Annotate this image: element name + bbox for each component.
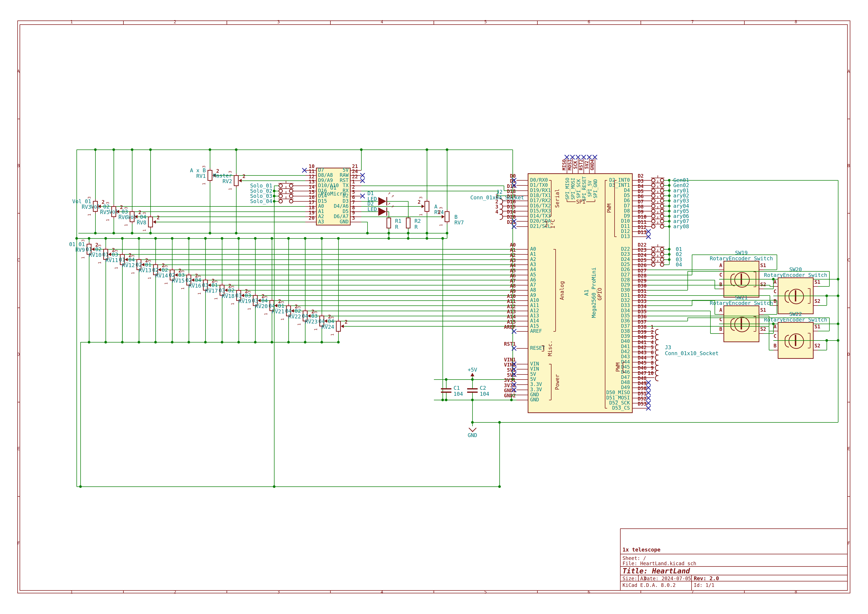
group-label: Analog xyxy=(559,281,565,300)
wire xyxy=(274,186,274,487)
led-body[interactable] xyxy=(378,197,386,205)
junction-dot xyxy=(188,237,190,240)
switch-contact[interactable] xyxy=(279,184,283,188)
switch-contact[interactable] xyxy=(289,184,293,188)
pin xyxy=(150,215,151,217)
switch-contact[interactable] xyxy=(651,252,656,256)
junction-dot xyxy=(271,237,273,240)
socket-pin[interactable] xyxy=(655,370,659,376)
switch-contact[interactable] xyxy=(651,214,656,218)
switch-contact[interactable] xyxy=(660,194,664,198)
switch-contact[interactable] xyxy=(651,247,656,251)
socket-pin[interactable] xyxy=(655,355,659,361)
switch-contact[interactable] xyxy=(279,199,283,203)
sheet-row-letter: F xyxy=(848,541,850,546)
switch-contact[interactable] xyxy=(660,252,664,256)
switch-contact[interactable] xyxy=(660,204,664,208)
switch-contact[interactable] xyxy=(289,194,293,198)
pin xyxy=(633,236,647,237)
socket-pin[interactable] xyxy=(655,375,659,381)
pin-name: D39 xyxy=(621,333,630,339)
pin xyxy=(427,212,427,214)
switch-contact[interactable] xyxy=(660,189,664,193)
wire xyxy=(95,214,96,233)
wire xyxy=(692,255,692,275)
switch-contact[interactable] xyxy=(289,199,293,203)
group-bracket xyxy=(586,202,595,202)
potentiometer-body[interactable] xyxy=(148,217,153,227)
wire xyxy=(122,267,122,342)
switch-contact[interactable] xyxy=(660,262,664,267)
pin-number: B xyxy=(773,343,777,349)
sheet-column-number: 7 xyxy=(691,20,694,24)
pin-number: B xyxy=(719,326,722,332)
pin xyxy=(647,191,652,191)
potentiometer-body[interactable] xyxy=(445,211,450,222)
pin xyxy=(89,242,89,244)
switch-contact[interactable] xyxy=(651,209,656,213)
switch-contact[interactable] xyxy=(660,257,664,262)
ref-label: B xyxy=(454,214,457,220)
pin-name: A6 xyxy=(530,277,536,282)
ref-label: 03_04 xyxy=(252,298,268,304)
net-label: GND2 xyxy=(504,393,516,398)
switch-contact[interactable] xyxy=(660,214,664,218)
switch-contact[interactable] xyxy=(660,247,664,251)
wire xyxy=(367,222,368,233)
socket-pin[interactable] xyxy=(655,339,659,345)
switch-contact[interactable] xyxy=(660,209,664,213)
net-label: D12 xyxy=(638,225,647,230)
switch-contact[interactable] xyxy=(651,224,656,229)
net-label: D2 xyxy=(638,173,644,179)
switch-contact[interactable] xyxy=(651,198,656,203)
pin-name: D14/TX3 xyxy=(530,213,551,219)
cap-plate xyxy=(467,388,477,389)
potentiometer-body[interactable] xyxy=(234,175,239,186)
sheet-row-letter: D xyxy=(848,352,850,357)
switch-contact[interactable] xyxy=(660,224,664,229)
sheet-row-letter: B xyxy=(17,163,20,168)
switch-contact[interactable] xyxy=(651,183,656,188)
potentiometer-body[interactable] xyxy=(208,170,212,181)
pin xyxy=(647,259,652,260)
switch-contact[interactable] xyxy=(660,219,664,223)
pin-name: D31 xyxy=(621,293,630,298)
potentiometer-body[interactable] xyxy=(425,201,429,212)
wire xyxy=(338,239,339,319)
switch-contact[interactable] xyxy=(651,194,656,198)
led-body[interactable] xyxy=(378,208,386,216)
switch-contact[interactable] xyxy=(651,257,656,262)
pin xyxy=(293,196,305,196)
junction-dot xyxy=(407,237,409,240)
pin xyxy=(516,270,528,270)
pin-number: C xyxy=(773,289,777,294)
sheet-tick xyxy=(847,119,850,119)
wire xyxy=(361,186,504,186)
pin-name: D23 xyxy=(621,251,630,257)
switch-contact[interactable] xyxy=(279,194,283,198)
switch-contact[interactable] xyxy=(289,189,293,193)
resistor-body[interactable] xyxy=(406,217,411,228)
ref-label: Vol_03 xyxy=(109,209,128,215)
cap-plate xyxy=(467,392,477,393)
switch-contact[interactable] xyxy=(651,189,656,193)
switch-contact[interactable] xyxy=(660,178,664,182)
resistor-body[interactable] xyxy=(386,217,391,228)
socket-pin[interactable] xyxy=(500,214,503,220)
switch-contact[interactable] xyxy=(660,183,664,188)
wire xyxy=(692,254,777,255)
net-label: A0 xyxy=(510,242,516,248)
junction-dot xyxy=(837,278,840,281)
switch-contact[interactable] xyxy=(279,189,283,193)
potentiometer-body[interactable] xyxy=(336,321,341,332)
switch-contact[interactable] xyxy=(651,219,656,223)
wire xyxy=(144,265,516,265)
net-label: VIN1 xyxy=(504,357,516,363)
switch-contact[interactable] xyxy=(660,198,664,203)
junction-dot xyxy=(88,341,90,344)
pin xyxy=(222,283,222,285)
switch-contact[interactable] xyxy=(651,204,656,208)
switch-contact[interactable] xyxy=(651,178,656,182)
switch-contact[interactable] xyxy=(651,262,656,267)
pin-name: D3 xyxy=(343,198,349,204)
